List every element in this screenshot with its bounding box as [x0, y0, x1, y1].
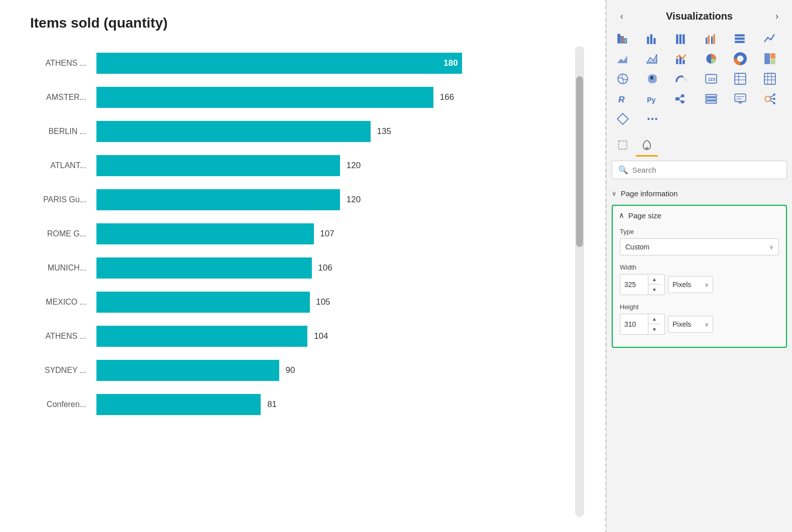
viz-grouped-bar[interactable]	[700, 29, 722, 48]
bar-track: 120	[96, 189, 565, 210]
viz-card[interactable]: 123	[700, 69, 722, 88]
viz-line-chart[interactable]	[759, 29, 781, 48]
svg-point-66	[655, 118, 657, 120]
width-increment[interactable]: ▲	[648, 275, 660, 285]
svg-rect-13	[735, 34, 745, 36]
bar-label: ATHENS ...	[10, 59, 90, 68]
viz-gauge[interactable]	[670, 69, 693, 88]
bar-row: BERLIN ...135	[10, 114, 565, 149]
viz-table[interactable]	[729, 69, 751, 88]
search-input[interactable]	[632, 166, 780, 174]
svg-rect-52	[735, 94, 746, 101]
width-unit-value: Pixels	[672, 281, 691, 289]
viz-smart-narrative[interactable]	[729, 89, 751, 108]
type-value: Custom	[625, 243, 649, 251]
viz-area-chart[interactable]	[612, 49, 634, 68]
viz-more[interactable]	[641, 109, 663, 128]
svg-line-61	[770, 100, 774, 102]
bar-fill	[96, 223, 314, 244]
svg-line-57	[770, 95, 774, 97]
svg-point-56	[765, 96, 770, 102]
height-row: ▲ ▼ Pixels ∨	[620, 314, 779, 335]
svg-rect-8	[683, 34, 685, 44]
viz-r-visual[interactable]: R	[612, 89, 634, 108]
bar-value-outside: 135	[377, 126, 391, 137]
viz-treemap[interactable]	[759, 49, 781, 68]
svg-rect-11	[711, 37, 713, 44]
bar-fill	[96, 326, 307, 347]
svg-rect-4	[650, 34, 652, 44]
height-decrement[interactable]: ▼	[648, 324, 660, 334]
tab-format[interactable]	[636, 135, 658, 157]
svg-rect-45	[681, 94, 685, 97]
bar-fill	[96, 292, 310, 313]
type-dropdown[interactable]: Custom ∨	[620, 238, 779, 255]
width-unit-dropdown[interactable]: Pixels ∨	[668, 276, 713, 293]
svg-text:123: 123	[708, 77, 715, 82]
height-unit-chevron: ∨	[705, 321, 709, 328]
viz-column-stacked[interactable]	[729, 29, 751, 48]
viz-pie[interactable]	[700, 49, 722, 68]
bar-fill	[96, 121, 371, 142]
page-information-section[interactable]: ∨ Page information	[607, 185, 792, 202]
width-field: Width ▲ ▼ Pixels ∨	[613, 259, 786, 299]
type-chevron: ∨	[769, 244, 773, 250]
viz-stacked-bar[interactable]	[612, 29, 634, 48]
svg-text:R: R	[618, 94, 625, 104]
viz-bar-chart[interactable]	[641, 29, 663, 48]
format-tabs	[607, 132, 792, 157]
svg-line-47	[679, 96, 681, 99]
svg-rect-25	[764, 53, 770, 64]
search-box[interactable]: 🔍	[612, 161, 787, 179]
svg-marker-16	[617, 56, 627, 63]
bar-row: MUNICH...106	[10, 251, 565, 285]
width-decrement[interactable]: ▼	[648, 285, 660, 295]
bar-label: MEXICO ...	[10, 298, 90, 307]
type-field: Type Custom ∨	[613, 224, 786, 259]
width-label: Width	[620, 263, 779, 271]
panel-nav-prev[interactable]: ‹	[615, 9, 629, 23]
svg-rect-67	[619, 141, 627, 149]
scrollbar-thumb[interactable]	[576, 76, 583, 247]
type-label: Type	[620, 228, 779, 235]
viz-diamond[interactable]	[612, 109, 634, 128]
panel-nav-next[interactable]: ›	[770, 9, 784, 23]
viz-python[interactable]: Py	[641, 89, 663, 108]
height-input[interactable]	[620, 316, 648, 332]
svg-rect-7	[680, 34, 682, 44]
viz-decomp-tree[interactable]	[670, 89, 693, 108]
page-information-label: Page information	[621, 189, 677, 198]
viz-matrix[interactable]	[759, 69, 781, 88]
viz-slicer[interactable]	[700, 89, 722, 108]
viz-icons-grid: 123 R Py	[607, 29, 792, 132]
width-row: ▲ ▼ Pixels ∨	[620, 274, 779, 295]
svg-rect-2	[624, 39, 626, 43]
bar-row: AMSTER...166	[10, 80, 565, 114]
viz-scatter[interactable]	[641, 49, 663, 68]
viz-donut[interactable]	[729, 49, 751, 68]
page-size-header[interactable]: ∧ Page size	[613, 206, 786, 224]
viz-combo[interactable]	[670, 49, 693, 68]
viz-filled-map[interactable]	[641, 69, 663, 88]
bar-fill	[96, 360, 279, 381]
bar-row: ATHENS ...180	[10, 46, 565, 80]
chart-content: ATHENS ...180AMSTER...166BERLIN ...135AT…	[10, 46, 585, 517]
height-increment[interactable]: ▲	[648, 314, 660, 324]
chart-area: Items sold (quantity) ATHENS ...180AMSTE…	[0, 0, 605, 532]
viz-100-stacked[interactable]	[670, 29, 693, 48]
scrollbar[interactable]	[575, 46, 584, 517]
width-input[interactable]	[620, 277, 648, 293]
svg-point-60	[773, 98, 775, 100]
bar-fill	[96, 257, 312, 279]
tab-build-visual[interactable]	[612, 135, 634, 157]
width-spinner: ▲ ▼	[648, 275, 660, 295]
svg-rect-44	[675, 97, 679, 101]
bar-value-outside: 120	[347, 195, 361, 205]
bar-track: 107	[96, 223, 565, 244]
height-unit-dropdown[interactable]: Pixels ∨	[668, 316, 713, 333]
bar-track: 90	[96, 360, 565, 381]
viz-key-influencers[interactable]	[759, 89, 781, 108]
svg-rect-12	[713, 34, 715, 44]
viz-map[interactable]	[612, 69, 634, 88]
svg-point-65	[651, 118, 653, 120]
